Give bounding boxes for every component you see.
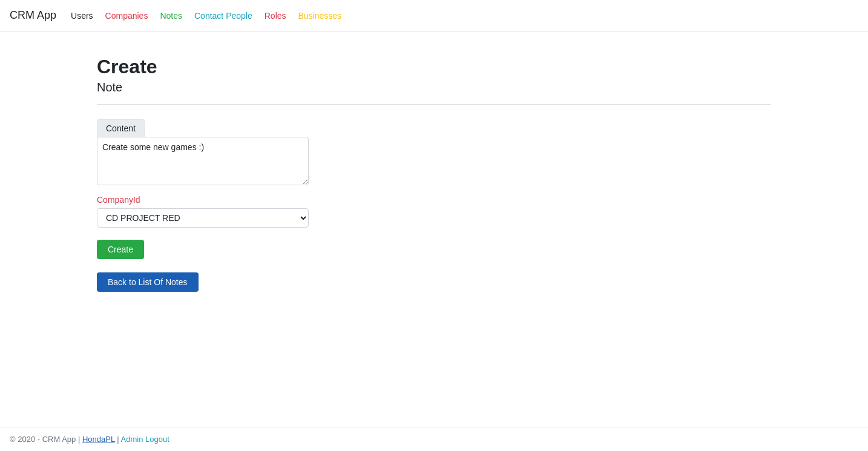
nav-links: Users Companies Notes Contact People Rol… <box>71 11 341 21</box>
navbar-brand[interactable]: CRM App <box>10 9 56 22</box>
nav-link-users[interactable]: Users <box>71 11 93 21</box>
back-to-list-button[interactable]: Back to List Of Notes <box>97 272 199 292</box>
company-id-label: CompanyId <box>97 195 771 205</box>
create-button[interactable]: Create <box>97 240 144 259</box>
nav-link-companies[interactable]: Companies <box>105 11 148 21</box>
nav-link-roles[interactable]: Roles <box>265 11 286 21</box>
nav-link-notes[interactable]: Notes <box>160 11 182 21</box>
page-title: Create <box>97 56 771 78</box>
form-buttons: Create Back to List Of Notes <box>97 240 771 292</box>
nav-link-contact-people[interactable]: Contact People <box>194 11 252 21</box>
section-divider <box>97 104 771 105</box>
content-textarea[interactable] <box>97 137 309 185</box>
content-tab[interactable]: Content <box>97 119 145 137</box>
page-subtitle: Note <box>97 81 771 94</box>
main-content: Create Note Content CompanyId CD PROJECT… <box>0 31 868 316</box>
company-select[interactable]: CD PROJECT REDOther Company <box>97 208 309 228</box>
navbar: CRM App Users Companies Notes Contact Pe… <box>0 0 868 31</box>
create-note-form: Content CompanyId CD PROJECT REDOther Co… <box>97 119 771 292</box>
nav-link-businesses[interactable]: Businesses <box>298 11 342 21</box>
